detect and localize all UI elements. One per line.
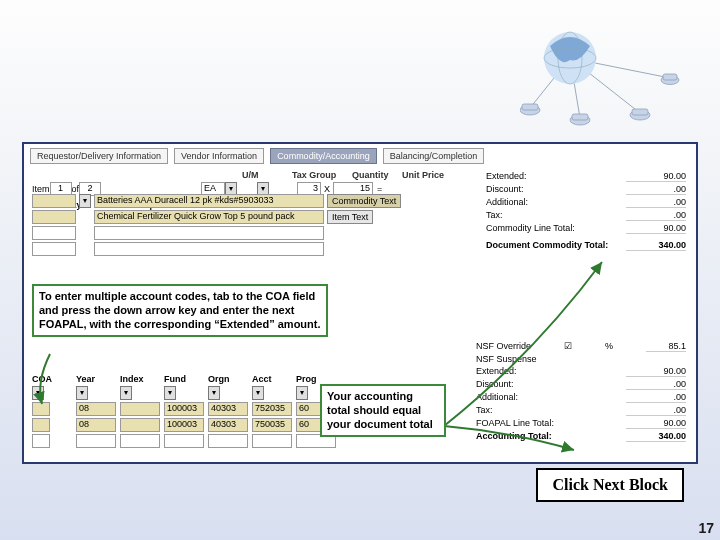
commodity-code-4[interactable]	[32, 242, 76, 256]
svg-rect-14	[663, 74, 677, 80]
tab-commodity-accounting[interactable]: Commodity/Accounting	[270, 148, 377, 164]
commodity-row-4	[32, 242, 422, 256]
equals-label: =	[373, 184, 386, 194]
coa-dd-index[interactable]: ▾	[120, 386, 132, 400]
discount-value: .00	[626, 184, 686, 195]
coa-r2-fund[interactable]: 100003	[164, 418, 204, 432]
coa-r1-index[interactable]	[120, 402, 160, 416]
coa-r3-fund[interactable]	[164, 434, 204, 448]
coa-dd-coa[interactable]: ▾	[32, 386, 44, 400]
tab-strip: Requestor/Delivery Information Vendor In…	[24, 144, 696, 164]
f-discount-label: Discount:	[476, 379, 514, 390]
coa-r3-coa[interactable]	[32, 434, 50, 448]
tab-requestor[interactable]: Requestor/Delivery Information	[30, 148, 168, 164]
commodity-code-2[interactable]	[32, 210, 76, 224]
coa-dd-prog[interactable]: ▾	[296, 386, 308, 400]
multiply-label: X	[321, 184, 333, 194]
description-field-3[interactable]	[94, 226, 324, 240]
coa-dd-year[interactable]: ▾	[76, 386, 88, 400]
extended-value: 90.00	[626, 171, 686, 182]
unitprice-header: Unit Price	[402, 170, 462, 180]
coa-r3-acct[interactable]	[252, 434, 292, 448]
quantity-header: Quantity	[352, 170, 402, 180]
nsf-override-checkbox[interactable]: ☑	[564, 341, 572, 352]
coa-r1-coa[interactable]	[32, 402, 50, 416]
tab-vendor[interactable]: Vendor Information	[174, 148, 264, 164]
tax-label: Tax:	[486, 210, 503, 221]
uom-header: U/M	[242, 170, 292, 180]
foapal-line-total-value: 90.00	[626, 418, 686, 429]
description-field-2[interactable]: Chemical Fertilizer Quick Grow Top 5 pou…	[94, 210, 324, 224]
f-tax-value: .00	[626, 405, 686, 416]
svg-rect-12	[632, 109, 648, 115]
next-block-button[interactable]: Click Next Block	[536, 468, 684, 502]
tax-value: .00	[626, 210, 686, 221]
coa-r1-year[interactable]: 08	[76, 402, 116, 416]
coa-r1-acct[interactable]: 752035	[252, 402, 292, 416]
coa-h-prog: Prog	[296, 374, 336, 384]
coa-r2-year[interactable]: 08	[76, 418, 116, 432]
commodity-code-3[interactable]	[32, 226, 76, 240]
nsf-override-label: NSF Override	[476, 341, 531, 352]
f-discount-value: .00	[626, 379, 686, 390]
coa-h-year: Year	[76, 374, 116, 384]
callout-accounting-total: Your accounting total should equal your …	[320, 384, 446, 437]
item-text-button[interactable]: Item Text	[327, 210, 373, 224]
callout-multiple-codes: To enter multiple account codes, tab to …	[32, 284, 328, 337]
coa-r2-index[interactable]	[120, 418, 160, 432]
commodity-row-3	[32, 226, 422, 240]
coa-h-orgn: Orgn	[208, 374, 248, 384]
tab-balancing[interactable]: Balancing/Completion	[383, 148, 485, 164]
coa-r3-orgn[interactable]	[208, 434, 248, 448]
discount-label: Discount:	[486, 184, 524, 195]
coa-headers: COA Year Index Fund Orgn Acct Prog	[32, 374, 462, 384]
comm-line-total-value: 90.00	[626, 223, 686, 234]
foapal-totals: NSF Override ☑ % 85.1 NSF Suspense Exten…	[476, 340, 686, 443]
svg-rect-10	[572, 114, 588, 120]
of-label: of	[72, 184, 80, 194]
coa-r3-year[interactable]	[76, 434, 116, 448]
f-extended-label: Extended:	[476, 366, 517, 377]
comm-line-total-label: Commodity Line Total:	[486, 223, 575, 234]
coa-h-fund: Fund	[164, 374, 204, 384]
additional-label: Additional:	[486, 197, 528, 208]
doc-comm-total-label: Document Commodity Total:	[486, 240, 608, 251]
commodity-lines: ▾ Batteries AAA Duracell 12 pk #kds#5903…	[32, 194, 422, 258]
coa-dd-acct[interactable]: ▾	[252, 386, 264, 400]
f-additional-value: .00	[626, 392, 686, 403]
pct-label: %	[605, 341, 613, 352]
commodity-text-button[interactable]: Commodity Text	[327, 194, 401, 208]
additional-value: .00	[626, 197, 686, 208]
coa-h-acct: Acct	[252, 374, 292, 384]
coa-r3-index[interactable]	[120, 434, 160, 448]
coa-r2-acct[interactable]: 750035	[252, 418, 292, 432]
page-number: 17	[698, 520, 714, 536]
main-panel: Requestor/Delivery Information Vendor In…	[22, 142, 698, 464]
svg-rect-8	[522, 104, 538, 110]
extended-label: Extended:	[486, 171, 527, 182]
description-field-1[interactable]: Batteries AAA Duracell 12 pk #kds#590303…	[94, 194, 324, 208]
f-tax-label: Tax:	[476, 405, 493, 416]
coa-h-coa: COA	[32, 374, 72, 384]
coa-r1-orgn[interactable]: 40303	[208, 402, 248, 416]
commodity-totals: Extended:90.00 Discount:.00 Additional:.…	[486, 170, 686, 252]
coa-r2-coa[interactable]	[32, 418, 50, 432]
doc-comm-total-value: 340.00	[626, 240, 686, 251]
commodity-row-2: Chemical Fertilizer Quick Grow Top 5 pou…	[32, 210, 422, 224]
coa-r1-fund[interactable]: 100003	[164, 402, 204, 416]
commodity-dropdown-1[interactable]: ▾	[79, 194, 91, 208]
coa-dd-fund[interactable]: ▾	[164, 386, 176, 400]
accounting-total-value: 340.00	[626, 431, 686, 442]
coa-h-index: Index	[120, 374, 160, 384]
accounting-total-label: Accounting Total:	[476, 431, 552, 442]
foapal-line-total-label: FOAPAL Line Total:	[476, 418, 554, 429]
coa-dd-orgn[interactable]: ▾	[208, 386, 220, 400]
commodity-code-1[interactable]	[32, 194, 76, 208]
f-extended-value: 90.00	[626, 366, 686, 377]
description-field-4[interactable]	[94, 242, 324, 256]
coa-r2-orgn[interactable]: 40303	[208, 418, 248, 432]
commodity-row-1: ▾ Batteries AAA Duracell 12 pk #kds#5903…	[32, 194, 422, 208]
taxgroup-header: Tax Group	[292, 170, 352, 180]
pct-value: 85.1	[646, 341, 686, 352]
f-additional-label: Additional:	[476, 392, 518, 403]
